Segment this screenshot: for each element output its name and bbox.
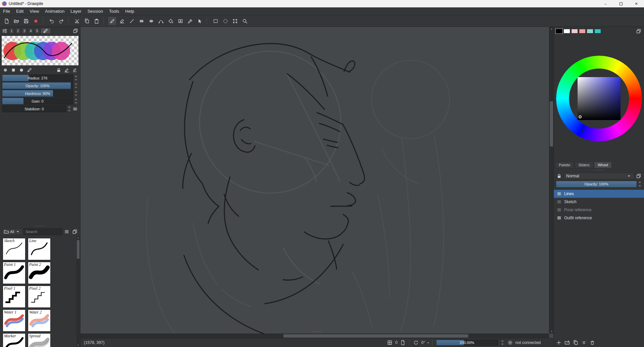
line-tool-button[interactable]	[127, 16, 136, 25]
brush-shape-blob-button[interactable]	[2, 67, 9, 73]
zoom-slider[interactable]: 200.00%	[436, 340, 498, 346]
color-swatch-5[interactable]	[594, 29, 601, 34]
color-swatch-0[interactable]	[556, 29, 562, 34]
redo-tool-button[interactable]	[57, 16, 66, 25]
view-settings-icon[interactable]	[507, 340, 513, 346]
scroll-up-icon[interactable]: ▲	[549, 27, 553, 31]
ellipse-tool-button[interactable]	[147, 16, 156, 25]
add-layer-button[interactable]	[556, 340, 562, 346]
dock-splitter-handle[interactable]	[0, 224, 80, 227]
brush-menu-button[interactable]	[72, 105, 78, 112]
preset-filter-dropdown[interactable]: All	[2, 228, 22, 235]
sv-marker[interactable]	[579, 115, 582, 118]
cut-tool-button[interactable]	[72, 16, 82, 25]
open-document-tool-button[interactable]	[12, 16, 21, 25]
color-swatch-2[interactable]	[571, 29, 578, 34]
duplicate-layer-button[interactable]	[573, 340, 579, 346]
bezier-curve-tool-button[interactable]	[156, 16, 165, 25]
canvas-splitter-handle[interactable]	[312, 330, 322, 334]
pan-zoom-tool-button[interactable]	[240, 16, 249, 25]
canvas-horizontal-scrollbar[interactable]	[80, 334, 549, 338]
brush-preset-spread[interactable]: Spread	[28, 333, 51, 347]
eraser-tool-button[interactable]	[117, 16, 126, 25]
record-session-tool-button[interactable]	[31, 16, 40, 25]
merge-down-button[interactable]	[581, 340, 587, 346]
flood-fill-tool-button[interactable]	[166, 16, 175, 25]
color-swatch-3[interactable]	[579, 29, 586, 34]
brush-preset-water-2[interactable]: Water 2	[28, 309, 51, 332]
gain-spinner[interactable]: ▲▼	[74, 98, 78, 105]
menu-tools[interactable]: Tools	[106, 8, 122, 14]
layer-row-lines[interactable]: Lines	[554, 190, 644, 198]
color-swatch-1[interactable]	[564, 29, 570, 34]
layer-opacity-slider[interactable]: Opacity: 100%	[556, 181, 637, 188]
transform-tool-button[interactable]	[230, 16, 239, 25]
brush-preset-sketch[interactable]: Sketch	[3, 238, 25, 260]
brush-slot-tab-3[interactable]: 3	[21, 28, 27, 34]
menu-file[interactable]: File	[0, 8, 13, 14]
layer-dock-detach-button[interactable]	[635, 173, 642, 179]
brush-slot-tab-5[interactable]: 5	[34, 28, 40, 34]
brush-shape-pen-button[interactable]	[26, 67, 33, 73]
rectangle-tool-button[interactable]	[137, 16, 146, 25]
erase-mode-button[interactable]	[71, 67, 78, 73]
color-picker-tool-button[interactable]	[185, 16, 195, 25]
brush-dock-detach-button[interactable]	[72, 27, 79, 34]
stabilizer-spinner[interactable]: ▲▼	[67, 105, 71, 112]
menu-view[interactable]: View	[26, 8, 42, 14]
radius-spinner[interactable]: ▲▼	[74, 74, 78, 81]
horizontal-scroll-thumb[interactable]	[283, 334, 468, 338]
scroll-down-icon[interactable]: ▼	[76, 344, 80, 347]
menu-help[interactable]: Help	[122, 8, 137, 14]
save-tool-button[interactable]	[21, 16, 31, 25]
zoom-spinner[interactable]: ▲▼	[500, 340, 505, 346]
preset-search-input[interactable]	[23, 228, 62, 235]
gain-slider[interactable]: Gain: 0	[2, 98, 73, 105]
paste-tool-button[interactable]	[92, 16, 101, 25]
hardness-spinner[interactable]: ▲▼	[74, 90, 78, 97]
opacity-spinner[interactable]: ▲▼	[74, 82, 78, 89]
new-document-tool-button[interactable]	[2, 16, 11, 25]
brush-slot-tab-4[interactable]: 4	[28, 28, 34, 34]
brush-preset-line[interactable]: Line	[28, 238, 51, 260]
hardness-slider[interactable]: Hardness: 80%	[2, 90, 73, 97]
maximize-button[interactable]	[613, 0, 629, 7]
sv-square[interactable]	[578, 77, 621, 120]
color-tab-palette[interactable]: Palette	[555, 162, 574, 168]
brush-preset-marker[interactable]: Marker	[3, 333, 25, 347]
brush-preset-pixel-1[interactable]: Pixel 1	[3, 286, 25, 308]
color-tab-wheel[interactable]: Wheel	[594, 162, 612, 168]
brush-shape-circle-button[interactable]	[18, 67, 25, 73]
layer-row-outfit-reference[interactable]: Outfit reference	[554, 214, 644, 222]
brush-preset-pixel-2[interactable]: Pixel 2	[28, 286, 51, 308]
menu-layer[interactable]: Layer	[67, 8, 85, 14]
delete-layer-button[interactable]	[589, 340, 595, 346]
copy-tool-button[interactable]	[82, 16, 91, 25]
blend-mode-select[interactable]: Normal	[564, 173, 634, 179]
color-dock-detach-button[interactable]	[635, 28, 642, 35]
brush-shape-square-button[interactable]	[10, 67, 17, 73]
preset-view-button[interactable]	[63, 228, 70, 235]
close-button[interactable]: ✕	[629, 0, 644, 7]
color-tab-sliders[interactable]: Sliders	[575, 162, 593, 168]
preset-dock-detach-button[interactable]	[71, 228, 78, 235]
opacity-slider[interactable]: Opacity: 100%	[2, 82, 73, 89]
scroll-down-icon[interactable]: ▼	[549, 330, 553, 334]
canvas-vertical-scrollbar[interactable]: ▲ ▼	[549, 27, 553, 334]
radius-slider[interactable]: Radius: 276	[2, 74, 73, 81]
preset-scrollbar-thumb[interactable]	[77, 240, 79, 259]
minimize-button[interactable]: –	[598, 0, 613, 7]
dock-splitter-handle[interactable]	[554, 168, 644, 172]
draw-mode-button[interactable]	[63, 67, 70, 73]
brush-slot-tab-eraser[interactable]	[41, 28, 51, 34]
annotation-tool-button[interactable]	[176, 16, 185, 25]
select-free-tool-button[interactable]	[221, 16, 230, 25]
color-swatch-4[interactable]	[587, 29, 593, 34]
layer-row-sketch[interactable]: Sketch	[554, 198, 644, 206]
layer-opacity-spinner[interactable]: ▲▼	[638, 181, 642, 188]
vertical-scroll-thumb[interactable]	[550, 101, 553, 147]
menu-session[interactable]: Session	[85, 8, 106, 14]
brush-preset-paint-1[interactable]: Paint 1	[3, 262, 25, 284]
laser-pointer-tool-button[interactable]	[195, 16, 204, 25]
undo-tool-button[interactable]	[47, 16, 56, 25]
